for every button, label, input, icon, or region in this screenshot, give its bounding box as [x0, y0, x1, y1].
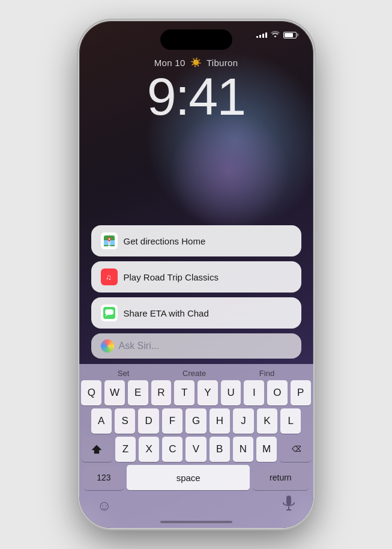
svg-text:⌫: ⌫ [292, 445, 301, 453]
siri-suggestions-area: Get directions Home ♫ Play Road Trip Cla… [91, 225, 301, 359]
key-d[interactable]: D [138, 408, 158, 434]
share-eta-text: Share ETA with Chad [124, 308, 209, 318]
suggestion-card-directions[interactable]: Get directions Home [91, 225, 301, 256]
key-e[interactable]: E [128, 380, 148, 405]
key-space[interactable]: space [127, 465, 250, 490]
key-u[interactable]: U [221, 380, 241, 405]
siri-orb-icon [101, 339, 114, 353]
delete-key[interactable]: ⌫ [280, 437, 310, 462]
key-a[interactable]: A [91, 408, 112, 434]
key-h[interactable]: H [210, 408, 230, 434]
key-n[interactable]: N [233, 437, 253, 462]
key-x[interactable]: X [139, 437, 159, 462]
shift-key[interactable] [82, 437, 112, 462]
key-j[interactable]: J [233, 408, 253, 434]
quickbar-find[interactable]: Find [259, 369, 274, 378]
key-z[interactable]: Z [115, 437, 136, 462]
key-row-1: Q W E R T Y U I O P [82, 380, 311, 405]
directions-home-text: Get directions Home [124, 236, 206, 246]
music-icon: ♫ [101, 268, 118, 285]
key-row-2: A S D F G H J K L [82, 408, 311, 434]
key-g[interactable]: G [185, 408, 206, 434]
phone-frame: Mon 10 ☀️ Tiburon 9:41 [79, 21, 313, 528]
key-t[interactable]: T [174, 380, 194, 405]
signal-icon [256, 32, 267, 38]
suggestion-card-music[interactable]: ♫ Play Road Trip Classics [91, 261, 301, 293]
suggestion-card-eta[interactable]: Share ETA with Chad [91, 297, 301, 329]
keyboard-rows: Q W E R T Y U I O P A S D F G H J K [79, 380, 313, 490]
key-f[interactable]: F [162, 408, 182, 434]
svg-point-8 [108, 238, 109, 240]
keyboard-quickbar: Set Create Find [79, 364, 313, 380]
key-m[interactable]: M [256, 437, 277, 462]
svg-text:♫: ♫ [106, 273, 112, 282]
home-indicator [160, 521, 232, 523]
keyboard-bottom-actions: ☺ [79, 493, 313, 516]
key-r[interactable]: R [151, 380, 172, 405]
ask-siri-bar[interactable]: Ask Siri... [91, 333, 301, 359]
dynamic-island [160, 29, 232, 50]
key-v[interactable]: V [185, 437, 206, 462]
quickbar-set[interactable]: Set [118, 369, 130, 378]
key-c[interactable]: C [162, 437, 182, 462]
key-row-3: Z X C V B N M ⌫ [82, 437, 311, 462]
key-l[interactable]: L [280, 408, 301, 434]
maps2-icon [101, 305, 118, 321]
wifi-icon [271, 31, 280, 39]
keyboard-bottom-row: 123 space return [82, 465, 311, 490]
key-i[interactable]: I [244, 380, 264, 405]
ask-siri-placeholder: Ask Siri... [119, 341, 160, 351]
play-music-text: Play Road Trip Classics [124, 272, 219, 282]
key-return[interactable]: return [253, 465, 308, 490]
key-q[interactable]: Q [81, 380, 101, 405]
key-s[interactable]: S [115, 408, 135, 434]
key-o[interactable]: O [267, 380, 288, 405]
svg-rect-16 [286, 496, 291, 505]
date-label: Mon 10 [154, 58, 185, 68]
microphone-button[interactable] [282, 496, 295, 516]
clock-time: 9:41 [147, 70, 245, 123]
quickbar-create[interactable]: Create [182, 369, 206, 378]
key-k[interactable]: K [257, 408, 277, 434]
key-w[interactable]: W [104, 380, 125, 405]
location-label: Tiburon [207, 58, 238, 68]
key-123[interactable]: 123 [84, 465, 124, 490]
key-b[interactable]: B [210, 437, 230, 462]
key-y[interactable]: Y [198, 380, 218, 405]
battery-icon [283, 32, 297, 38]
svg-rect-13 [105, 309, 113, 315]
key-p[interactable]: P [291, 380, 311, 405]
keyboard-area: Set Create Find Q W E R T Y U I O P A S [79, 364, 313, 528]
emoji-button[interactable]: ☺ [97, 497, 112, 514]
maps-icon [101, 232, 118, 249]
